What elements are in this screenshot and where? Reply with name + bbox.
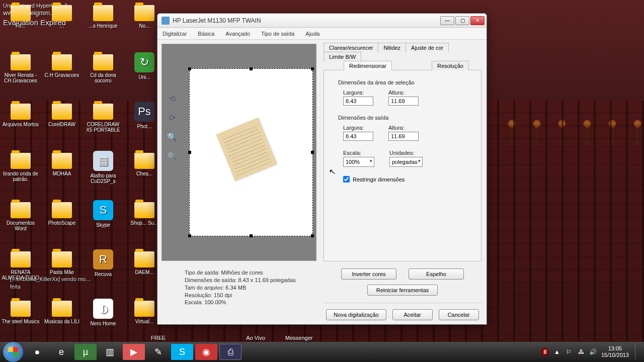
tab-nitidez[interactable]: Nitidez	[378, 43, 406, 52]
zoom-out-icon[interactable]: 🔍	[166, 150, 178, 162]
tray-up-icon[interactable]: ▲	[553, 348, 561, 356]
show-desktop-button[interactable]	[635, 344, 639, 360]
tab-clarear[interactable]: Clarear/escurecer	[324, 43, 378, 52]
taskbar-scanner[interactable]: ⎙	[219, 344, 242, 360]
selection-dim-title: Dimensões da área de seleção	[338, 79, 474, 85]
desktop-icon[interactable]: ...s Henrique	[84, 3, 123, 44]
desktop-icons-grid: Fo.........s HenriqueNo...Niver Renata -…	[0, 0, 161, 343]
rotate-right-icon[interactable]: ⟳	[166, 112, 178, 124]
scale-select[interactable]: 100%	[343, 157, 374, 167]
output-metadata: Tipo de saída: Milhões de cores Dimensõe…	[162, 269, 316, 306]
cancel-button[interactable]: Cancelar	[439, 309, 479, 320]
tray-volume-icon[interactable]: 🔊	[589, 348, 597, 356]
desktop-icon[interactable]: C.H Gravacoes	[42, 52, 82, 94]
desktop-icon[interactable]: Cd da dona socorro	[84, 52, 123, 94]
menu-avancado[interactable]: Avançado	[223, 30, 252, 38]
close-button[interactable]: ✕	[470, 16, 485, 25]
desktop-icon[interactable]: Fo...	[1, 3, 40, 44]
taskbar-media[interactable]: ▶	[123, 344, 145, 360]
taskbar-chrome[interactable]: ●	[26, 344, 48, 360]
out-width-input[interactable]	[343, 132, 373, 141]
sel-height-input[interactable]	[388, 97, 419, 106]
desktop-icon[interactable]: ▦Atalho para CoD2SP_s	[84, 151, 123, 192]
scan-selection[interactable]	[189, 68, 313, 236]
accept-button[interactable]: Aceitar	[392, 309, 433, 320]
new-scan-button[interactable]: Nova digitalização	[326, 309, 386, 320]
desktop-icon[interactable]: CorelDRAW	[42, 102, 82, 143]
system-tray: ⏸ ▲ ⚐ 🖧 🔊 13:05 15/10/2013	[541, 344, 641, 360]
restrict-checkbox[interactable]	[343, 176, 350, 183]
restrict-label: Restringir dimensões	[353, 176, 405, 183]
taskbar-skype[interactable]: S	[171, 344, 193, 360]
desktop-icon[interactable]: ◐Nero Home	[84, 299, 123, 340]
sel-width-input[interactable]	[343, 97, 373, 106]
reset-tools-button[interactable]: Reiniciar ferramentas	[367, 285, 438, 296]
app-icon	[162, 17, 170, 25]
out-height-input[interactable]	[388, 132, 419, 141]
desktop-icon[interactable]: PhotoScape	[42, 200, 82, 241]
taskbar-record[interactable]: ◉	[195, 344, 217, 360]
mirror-button[interactable]: Espelho	[409, 268, 464, 280]
desktop-icon[interactable]: Musicas da LILI	[42, 299, 82, 340]
desktop-icon[interactable]: MOHAA	[42, 151, 82, 192]
units-label: Unidades:	[389, 150, 423, 156]
desktop-icon[interactable]: RRecuva	[84, 249, 123, 291]
minimize-button[interactable]: —	[440, 16, 454, 25]
output-dim-title: Dimensões de saída	[338, 115, 474, 121]
invert-colors-button[interactable]: Inverter cores	[341, 268, 396, 280]
units-select[interactable]: polegadas	[389, 157, 423, 167]
resize-panel: Dimensões da área de seleção Largura: Al…	[324, 70, 481, 261]
out-height-label: Altura:	[388, 125, 419, 131]
tray-flag-icon[interactable]: ⚐	[565, 348, 573, 356]
sel-width-label: Largura:	[343, 89, 373, 96]
sel-height-label: Altura:	[388, 89, 419, 96]
desktop-icon[interactable]: Arquivos Mortos	[1, 102, 40, 143]
menu-tipo-saida[interactable]: Tipo de saída	[259, 30, 296, 38]
desktop-icon[interactable]: Niver Renata - CH.Gravacoes	[1, 52, 40, 94]
quick-labels: FREE Ao Vivo Messenger	[151, 335, 312, 341]
tray-stop-icon[interactable]: ⏸	[541, 348, 549, 356]
tabs-row: Clarear/escurecer Nitidez Ajuste de cor …	[324, 43, 481, 70]
zoom-in-icon[interactable]: 🔍	[166, 131, 178, 143]
taskbar-clock[interactable]: 13:05 15/10/2013	[601, 345, 629, 358]
desktop-icon[interactable]: SSkype	[84, 200, 123, 241]
tab-resolucao[interactable]: Resolução	[432, 61, 469, 70]
scanner-window: HP LaserJet M1130 MFP TWAIN — ▢ ✕ Digita…	[157, 13, 487, 325]
scanned-document	[216, 118, 277, 181]
tab-redimensionar[interactable]: Redimensionar	[344, 61, 392, 70]
window-title: HP LaserJet M1130 MFP TWAIN	[173, 17, 440, 24]
taskbar-explorer[interactable]: ▥	[99, 344, 121, 360]
menu-basica[interactable]: Básica	[196, 30, 216, 38]
titlebar[interactable]: HP LaserJet M1130 MFP TWAIN — ▢ ✕	[157, 14, 487, 28]
tab-limite-bw[interactable]: Limite B/W	[324, 52, 361, 61]
desktop-icon[interactable]: The steel Musics	[1, 299, 40, 340]
menu-ajuda[interactable]: Ajuda	[303, 30, 321, 38]
start-button[interactable]	[3, 342, 23, 362]
rotate-left-icon[interactable]: ⟲	[166, 93, 178, 105]
scale-label: Escala:	[343, 150, 374, 156]
desktop-icon[interactable]: Documentos Word	[1, 200, 40, 241]
desktop-icon[interactable]: CORELDRAW X5 PORTABLE	[84, 102, 123, 143]
menubar: Digitalizar Básica Avançado Tipo de saíd…	[157, 28, 487, 40]
menu-digitalizar[interactable]: Digitalizar	[160, 30, 189, 38]
tab-ajuste-cor[interactable]: Ajuste de cor	[406, 43, 449, 52]
out-width-label: Largura:	[343, 125, 373, 131]
taskbar: ●eµ▥▶✎S◉⎙ ⏸ ▲ ⚐ 🖧 🔊 13:05 15/10/2013	[0, 342, 644, 362]
desktop-icon[interactable]: RENATA ALMEIDA TUDO	[1, 249, 40, 291]
taskbar-utorrent[interactable]: µ	[74, 344, 97, 360]
preview-area: ⟲ ⟳ 🔍 🔍	[162, 44, 316, 261]
tray-network-icon[interactable]: 🖧	[577, 348, 585, 356]
taskbar-notes[interactable]: ✎	[147, 344, 169, 360]
desktop-icon[interactable]: Pasta Mãe	[42, 249, 82, 291]
maximize-button[interactable]: ▢	[455, 16, 469, 25]
desktop-icon[interactable]: ...	[42, 3, 82, 44]
desktop-icon[interactable]: tirando onda de patrão.	[1, 151, 40, 192]
taskbar-ie[interactable]: e	[50, 344, 72, 360]
